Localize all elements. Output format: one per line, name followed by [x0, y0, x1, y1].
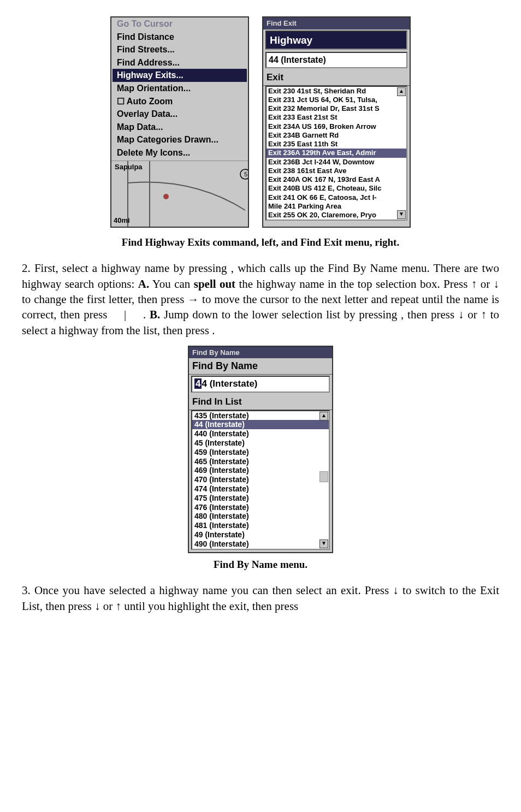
exit-list[interactable]: ▲ ▼ Exit 230 41st St, Sheridan RdExit 23…: [265, 86, 407, 221]
list-item[interactable]: 470 (Interstate): [192, 475, 329, 484]
para-step-2: 2. First, select a highway name by press…: [22, 260, 499, 338]
find-in-list[interactable]: ▲ ▼ 435 (Interstate)44 (Interstate)440 (…: [191, 410, 330, 550]
list-item[interactable]: 476 (Interstate): [192, 503, 329, 512]
menu-item[interactable]: Map Data...: [113, 121, 247, 134]
menu-item[interactable]: Overlay Data...: [113, 108, 247, 121]
menu-item[interactable]: Highway Exits...: [113, 69, 247, 82]
list-item[interactable]: 490 (Interstate): [192, 540, 329, 549]
map-roads: 5: [111, 161, 248, 227]
scroll-up-icon[interactable]: ▲: [397, 87, 406, 96]
map-context-menu-panel: Go To CursorFind DistanceFind Streets...…: [110, 16, 249, 228]
list-item[interactable]: Exit 232 Memorial Dr, East 31st S: [267, 104, 406, 113]
list-item[interactable]: Exit 230 41st St, Sheridan Rd: [267, 87, 406, 96]
menu-item[interactable]: Find Address...: [113, 56, 247, 69]
list-item[interactable]: Exit 240A OK 167 N, 193rd East A: [267, 175, 406, 184]
list-item[interactable]: 475 (Interstate): [192, 494, 329, 503]
list-item[interactable]: 459 (Interstate): [192, 448, 329, 457]
list-item[interactable]: Mile 241 Parking Area: [267, 202, 406, 211]
find-exit-title: Find Exit: [263, 17, 410, 29]
menu-item[interactable]: Delete My Icons...: [113, 146, 247, 159]
list-item[interactable]: Exit 238 161st East Ave: [267, 167, 406, 175]
list-item[interactable]: 440 (Interstate): [192, 429, 329, 438]
figure-1: Go To CursorFind DistanceFind Streets...…: [22, 16, 499, 228]
svg-point-4: [163, 194, 169, 199]
list-item[interactable]: 49 (Interstate): [192, 530, 329, 540]
exit-section-label: Exit: [263, 70, 410, 86]
find-in-list-label: Find In List: [189, 395, 332, 410]
menu-item[interactable]: Map Orientation...: [113, 82, 247, 95]
txt: You can: [152, 277, 194, 291]
list-item[interactable]: 45 (Interstate): [192, 438, 329, 448]
scroll-up-icon[interactable]: ▲: [319, 412, 328, 420]
scroll-down-icon[interactable]: ▼: [397, 210, 406, 219]
list-item[interactable]: Exit 233 East 21st St: [267, 113, 406, 122]
list-item[interactable]: Exit 236B Jct I-244 W, Downtow: [267, 158, 406, 167]
txt: |: [111, 308, 139, 321]
menu-item[interactable]: ☐ Auto Zoom: [113, 95, 247, 108]
list-item[interactable]: Exit 236A 129th Ave East, Admir: [267, 149, 406, 157]
find-by-name-panel: Find By Name Find By Name 44 (Interstate…: [188, 346, 333, 553]
scroll-down-icon[interactable]: ▼: [319, 540, 328, 548]
txt: A.: [138, 277, 149, 291]
figure-2: Find By Name Find By Name 44 (Interstate…: [22, 346, 499, 553]
list-item[interactable]: 44 (Interstate): [192, 420, 329, 429]
svg-text:5: 5: [244, 171, 247, 177]
find-by-name-title: Find By Name: [189, 347, 332, 359]
txt: Jump down to the lower selection list by…: [164, 308, 401, 321]
highway-header: Highway: [265, 31, 407, 50]
menu-item[interactable]: Go To Cursor: [113, 17, 247, 31]
highway-value[interactable]: 44 (Interstate): [265, 52, 407, 68]
list-item[interactable]: Exit 240B US 412 E, Choteau, Silc: [267, 184, 406, 193]
list-item[interactable]: Exit 234A US 169, Broken Arrow: [267, 122, 406, 131]
scroll-thumb[interactable]: [319, 471, 328, 482]
menu-item[interactable]: Find Streets...: [113, 43, 247, 56]
list-item[interactable]: 469 (Interstate): [192, 466, 329, 475]
txt: .: [212, 324, 215, 337]
find-by-name-header: Find By Name: [189, 358, 332, 374]
txt: 2. First, select a highway name by press…: [22, 262, 231, 275]
map-preview: Sapulpa 40mi 5: [111, 161, 248, 227]
find-by-name-input[interactable]: 44 (Interstate): [191, 376, 330, 393]
figure-2-caption: Find By Name menu.: [22, 558, 499, 572]
list-item[interactable]: Exit 231 Jct US 64, OK 51, Tulsa,: [267, 96, 406, 104]
list-item[interactable]: Exit 255 OK 20, Claremore, Pryo: [267, 211, 406, 220]
list-item[interactable]: 480 (Interstate): [192, 512, 329, 521]
list-item[interactable]: Exit 234B Garnett Rd: [267, 131, 406, 140]
txt: .: [143, 308, 150, 321]
list-item[interactable]: Exit 235 East 11th St: [267, 140, 406, 149]
menu-item[interactable]: Map Categories Drawn...: [113, 133, 247, 146]
para-step-3: 3. Once you have selected a highway name…: [22, 583, 499, 614]
txt: spell out: [194, 277, 235, 291]
list-item[interactable]: 465 (Interstate): [192, 457, 329, 466]
find-exit-panel: Find Exit Highway 44 (Interstate) Exit ▲…: [262, 16, 411, 228]
figure-1-caption: Find Highway Exits command, left, and Fi…: [22, 235, 499, 250]
menu-item[interactable]: Find Distance: [113, 31, 247, 44]
txt: B.: [150, 308, 160, 321]
list-item[interactable]: Exit 241 OK 66 E, Catoosa, Jct I-: [267, 193, 406, 202]
input-rest: 4 (Interstate): [202, 378, 257, 389]
list-item[interactable]: 481 (Interstate): [192, 521, 329, 530]
list-item[interactable]: 435 (Interstate): [192, 411, 329, 420]
list-item[interactable]: 474 (Interstate): [192, 484, 329, 494]
